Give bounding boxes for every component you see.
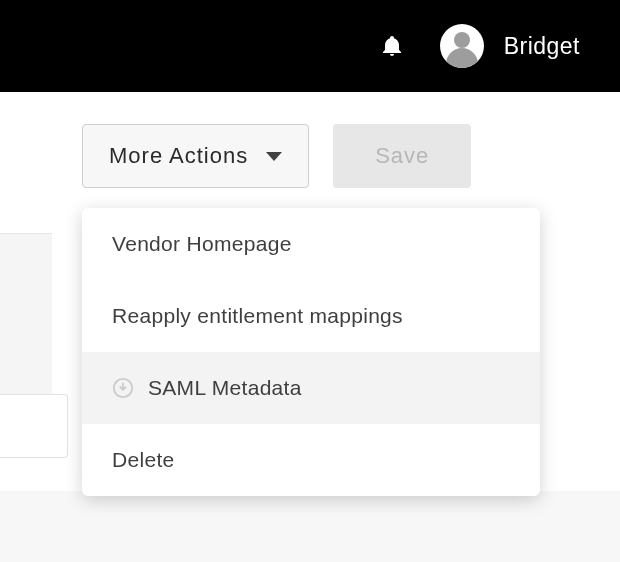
dropdown-item-label: Reapply entitlement mappings [112, 304, 403, 328]
dropdown-item-vendor-homepage[interactable]: Vendor Homepage [82, 208, 540, 280]
more-actions-label: More Actions [109, 143, 248, 169]
action-row: More Actions Save [0, 92, 620, 188]
chevron-down-icon [266, 152, 282, 161]
dropdown-item-delete[interactable]: Delete [82, 424, 540, 496]
dropdown-item-label: SAML Metadata [148, 376, 302, 400]
more-actions-dropdown: Vendor Homepage Reapply entitlement mapp… [82, 208, 540, 496]
download-icon [112, 377, 134, 399]
dropdown-item-label: Delete [112, 448, 175, 472]
avatar [440, 24, 484, 68]
notifications-bell-icon[interactable] [380, 34, 404, 58]
dropdown-item-saml-metadata[interactable]: SAML Metadata [82, 352, 540, 424]
top-bar: Bridget [0, 0, 620, 92]
input-stub[interactable] [0, 394, 68, 458]
save-button[interactable]: Save [333, 124, 471, 188]
username-label: Bridget [504, 33, 580, 60]
user-section[interactable]: Bridget [440, 24, 580, 68]
dropdown-item-reapply-entitlements[interactable]: Reapply entitlement mappings [82, 280, 540, 352]
more-actions-button[interactable]: More Actions [82, 124, 309, 188]
background-lower [0, 491, 620, 562]
dropdown-item-label: Vendor Homepage [112, 232, 292, 256]
